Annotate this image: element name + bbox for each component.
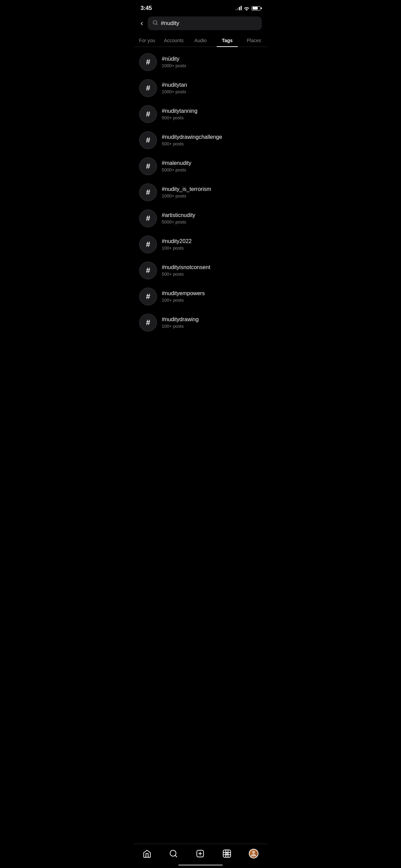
result-item[interactable]: # #malenudity 5000+ posts [134, 153, 267, 179]
result-count: 100+ posts [162, 324, 199, 329]
result-info: #nuditytanning 500+ posts [162, 108, 197, 120]
signal-icon [235, 6, 242, 10]
hash-avatar: # [139, 157, 157, 175]
result-tag: #nudity2022 [162, 238, 192, 244]
result-item[interactable]: # #nudityisnotconsent 500+ posts [134, 257, 267, 284]
result-tag: #malenudity [162, 160, 191, 166]
result-count: 1000+ posts [162, 193, 211, 198]
result-info: #nudity2022 100+ posts [162, 238, 192, 251]
tab-accounts[interactable]: Accounts [160, 34, 187, 47]
tab-audio[interactable]: Audio [187, 34, 214, 47]
status-icons [235, 6, 260, 11]
result-item[interactable]: # #nüdity 1000+ posts [134, 49, 267, 75]
hash-avatar: # [139, 53, 157, 71]
result-tag: #nuditytanning [162, 108, 197, 114]
result-tag: #nudityempowers [162, 290, 205, 297]
result-count: 1000+ posts [162, 89, 187, 94]
result-tag: #nuditytan [162, 82, 187, 88]
hash-avatar: # [139, 183, 157, 201]
result-tag: #nuditydrawingchallenge [162, 134, 222, 140]
search-input-value: #nudity [161, 20, 179, 27]
result-info: #nudityisnotconsent 500+ posts [162, 264, 210, 277]
result-count: 1000+ posts [162, 63, 186, 68]
status-time: 3:45 [141, 5, 152, 12]
result-tag: #nudityisnotconsent [162, 264, 210, 270]
result-info: #nüdity 1000+ posts [162, 56, 186, 68]
hash-avatar: # [139, 288, 157, 305]
hash-avatar: # [139, 236, 157, 253]
tab-places[interactable]: Places [241, 34, 267, 47]
result-count: 5000+ posts [162, 219, 195, 225]
back-button[interactable]: ‹ [139, 17, 144, 29]
result-item[interactable]: # #nudity_is_terrorism 1000+ posts [134, 179, 267, 205]
result-info: #nuditydrawing 100+ posts [162, 316, 199, 329]
svg-line-1 [156, 24, 157, 25]
result-info: #malenudity 5000+ posts [162, 160, 191, 172]
result-count: 500+ posts [162, 272, 210, 277]
search-bar[interactable]: #nudity [148, 16, 262, 30]
result-info: #nuditydrawingchallenge 500+ posts [162, 134, 222, 146]
hash-avatar: # [139, 209, 157, 227]
result-item[interactable]: # #artisticnudity 5000+ posts [134, 205, 267, 231]
result-tag: #nuditydrawing [162, 316, 199, 323]
results-list: # #nüdity 1000+ posts # #nuditytan 1000+… [134, 47, 267, 365]
wifi-icon [244, 6, 250, 11]
result-info: #nuditytan 1000+ posts [162, 82, 187, 94]
battery-icon [252, 6, 260, 11]
result-count: 500+ posts [162, 115, 197, 120]
result-item[interactable]: # #nudity2022 100+ posts [134, 231, 267, 257]
result-item[interactable]: # #nuditydrawing 100+ posts [134, 310, 267, 336]
tab-for-you[interactable]: For you [134, 34, 160, 47]
search-icon [153, 20, 158, 27]
result-count: 500+ posts [162, 141, 222, 146]
result-count: 100+ posts [162, 245, 192, 251]
result-item[interactable]: # #nuditytanning 500+ posts [134, 101, 267, 127]
result-item[interactable]: # #nuditytan 1000+ posts [134, 75, 267, 101]
hash-avatar: # [139, 262, 157, 279]
result-tag: #nüdity [162, 56, 186, 62]
hash-avatar: # [139, 79, 157, 97]
result-tag: #artisticnudity [162, 212, 195, 218]
result-count: 5000+ posts [162, 167, 191, 172]
result-info: #nudity_is_terrorism 1000+ posts [162, 186, 211, 198]
result-count: 100+ posts [162, 298, 205, 303]
hash-avatar: # [139, 131, 157, 149]
tab-tags[interactable]: Tags [214, 34, 241, 47]
result-item[interactable]: # #nudityempowers 100+ posts [134, 284, 267, 310]
status-bar: 3:45 [134, 0, 267, 14]
tabs-bar: For you Accounts Audio Tags Places [134, 34, 267, 47]
result-info: #artisticnudity 5000+ posts [162, 212, 195, 225]
hash-avatar: # [139, 314, 157, 331]
search-header: ‹ #nudity [134, 14, 267, 33]
result-info: #nudityempowers 100+ posts [162, 290, 205, 303]
result-item[interactable]: # #nuditydrawingchallenge 500+ posts [134, 127, 267, 153]
result-tag: #nudity_is_terrorism [162, 186, 211, 192]
hash-avatar: # [139, 105, 157, 123]
